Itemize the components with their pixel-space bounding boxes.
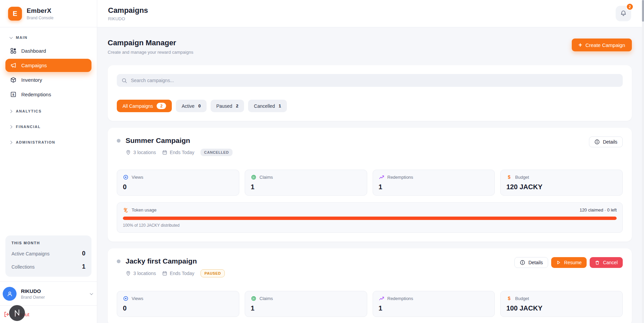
brand-header: E EmberX Brand Console [0, 0, 97, 27]
nav-section-label: MAIN [16, 35, 28, 40]
stat-value: 120 JACKY [506, 183, 617, 191]
svg-text:$: $ [508, 296, 511, 301]
resume-label: Resume [564, 260, 582, 265]
search-input[interactable] [131, 78, 618, 83]
chevron-down-icon [9, 35, 13, 39]
filter-chip-paused[interactable]: Paused 2 [211, 100, 244, 112]
banknote-icon: $ [10, 91, 17, 98]
stats-grid: Views 0 Claims 1 [117, 170, 623, 196]
campaign-name: Jacky first Campaign [126, 257, 225, 265]
token-claimed-text: 120 claimed · 0 left [580, 207, 617, 213]
sidebar-item-label: Inventory [21, 77, 42, 83]
page-title: Campaign Manager [108, 39, 193, 47]
nav-section-analytics[interactable]: ANALYTICS [5, 106, 91, 117]
svg-text:$: $ [12, 93, 15, 96]
this-month-row: Collections 1 [11, 260, 85, 273]
stat-card-views: Views 0 [117, 291, 239, 317]
stat-label: Redemptions [387, 296, 413, 301]
page-header-subtitle: RIKUDO [108, 16, 148, 21]
sidebar-item-campaigns[interactable]: Campaigns [5, 59, 91, 72]
chip-label: Cancelled [254, 103, 275, 109]
stat-value: 0 [123, 183, 233, 191]
brand-name: EmberX [27, 7, 53, 15]
create-campaign-button[interactable]: + Create Campaign [572, 39, 632, 51]
details-label: Details [603, 139, 617, 145]
campaign-header: Jacky first Campaign 3 locations [117, 257, 623, 277]
stat-value: 100 JACKY [506, 304, 617, 312]
app-window: E EmberX Brand Console MAIN Dashboard [0, 0, 644, 323]
location-pin-icon [126, 150, 131, 155]
nav-section-financial[interactable]: FINANCIAL [5, 121, 91, 132]
play-icon [556, 260, 561, 265]
search-box[interactable] [117, 74, 623, 87]
stat-card-budget: $ Budget 120 JACKY [500, 170, 623, 196]
sidebar-item-dashboard[interactable]: Dashboard [5, 44, 91, 57]
sidebar-bottom: THIS MONTH Active Campaigns 0 Collection… [0, 235, 97, 281]
nav-section-main[interactable]: MAIN [5, 32, 91, 43]
stat-card-redemptions: Redemptions 1 [373, 291, 495, 317]
chip-label: Paused [216, 103, 232, 109]
ends-label: Ends Today [170, 150, 194, 155]
stat-label: Claims [260, 175, 273, 180]
cancel-button[interactable]: Cancel [590, 257, 623, 268]
user-role: Brand Owner [21, 295, 45, 300]
sidebar-item-redemptions[interactable]: $ Redemptions [5, 88, 91, 101]
claims-icon [251, 296, 257, 301]
user-menu[interactable]: RIKUDO Brand Owner [0, 281, 97, 305]
stat-label: Claims [260, 296, 273, 301]
stat-label: Views [132, 175, 143, 180]
stat-card-claims: Claims 1 [245, 170, 367, 196]
logout-button[interactable]: Logout [0, 305, 97, 323]
token-progress-track [123, 217, 617, 220]
user-name: RIKUDO [21, 288, 45, 294]
sidebar-nav: MAIN Dashboard Campaigns [0, 27, 97, 235]
filter-chip-all-campaigns[interactable]: All Campaigns 2 [117, 100, 172, 112]
scrollbar[interactable] [642, 0, 644, 323]
stat-label: Views [132, 296, 143, 301]
locations-label: 3 locations [133, 150, 156, 155]
logout-icon [3, 311, 10, 318]
budget-icon: $ [506, 174, 512, 180]
dashboard-icon [10, 48, 17, 54]
content: Campaign Manager Create and manage your … [97, 27, 644, 323]
metric-label: Collections [11, 264, 34, 270]
scrollbar-thumb[interactable] [642, 0, 644, 22]
details-button[interactable]: Details [514, 257, 548, 268]
token-usage-box: Token usage 120 claimed · 0 left 100% of… [117, 202, 623, 233]
stat-card-views: Views 0 [117, 170, 239, 196]
stat-card-budget: $ Budget 100 JACKY [500, 291, 623, 317]
sidebar-item-inventory[interactable]: Inventory [5, 73, 91, 86]
stat-card-claims: Claims 1 [245, 291, 367, 317]
bell-icon [620, 10, 627, 17]
campaign-meta: 3 locations Ends Today PAUSED [126, 269, 225, 277]
status-badge: PAUSED [200, 269, 225, 277]
status-badge: CANCELLED [200, 149, 233, 156]
notifications-button[interactable]: 2 [616, 6, 631, 21]
brand-subtitle: Brand Console [27, 16, 53, 20]
page-head-titles: Campaign Manager Create and manage your … [108, 39, 193, 55]
main-area: Campaigns RIKUDO 2 Campaign Manager Crea… [97, 0, 644, 323]
filter-chip-active[interactable]: Active 0 [176, 100, 206, 112]
ends-meta: Ends Today [162, 150, 194, 155]
chevron-right-icon [9, 141, 12, 144]
this-month-title: THIS MONTH [11, 241, 85, 245]
location-pin-icon [126, 271, 131, 276]
nav-section-label: ANALYTICS [16, 109, 42, 113]
resume-button[interactable]: Resume [551, 257, 587, 268]
nav-section-administration[interactable]: ADMINISTRATION [5, 137, 91, 148]
details-button[interactable]: Details [589, 136, 623, 147]
campaign-card-jacky: Jacky first Campaign 3 locations [108, 248, 632, 323]
campaign-meta: 3 locations Ends Today CANCELLED [126, 149, 233, 156]
ends-label: Ends Today [170, 271, 194, 276]
megaphone-icon [10, 62, 17, 69]
stat-value: 1 [379, 304, 489, 312]
create-campaign-label: Create Campaign [585, 42, 625, 48]
token-usage-header: Token usage [123, 207, 157, 213]
campaign-name: Summer Campaign [126, 136, 233, 145]
locations-label: 3 locations [133, 271, 156, 276]
page-subtitle: Create and manage your reward campaigns [108, 50, 193, 55]
campaign-title-block: Summer Campaign 3 locations [117, 136, 233, 156]
details-label: Details [528, 260, 543, 265]
filter-chip-cancelled[interactable]: Cancelled 1 [248, 100, 287, 112]
calendar-icon [162, 271, 167, 276]
